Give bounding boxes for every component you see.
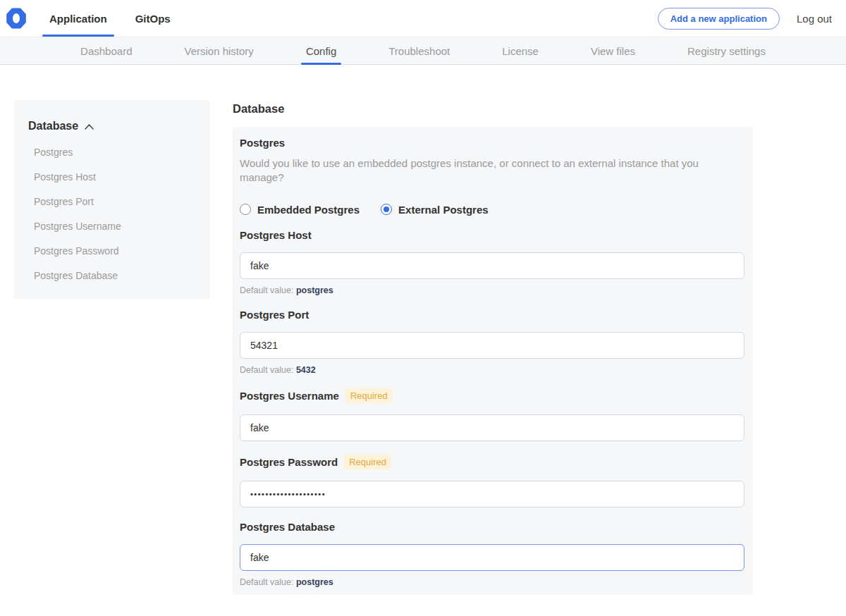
default-value: postgres [296, 577, 333, 587]
app-header: Application GitOps Add a new application… [0, 0, 846, 37]
radio-unchecked-icon [240, 204, 251, 215]
radio-external-postgres-label: External Postgres [398, 204, 489, 216]
subnav-item-view-files[interactable]: View files [586, 37, 640, 64]
header-tab-gitops[interactable]: GitOps [128, 0, 178, 37]
radio-embedded-postgres[interactable]: Embedded Postgres [240, 204, 360, 216]
radio-external-postgres[interactable]: External Postgres [381, 204, 489, 216]
default-value-prefix: Default value: [240, 285, 293, 295]
field-label-text: Postgres Password [240, 456, 338, 468]
subnav-item-troubleshoot[interactable]: Troubleshoot [384, 37, 455, 64]
content-area: Database Postgres Postgres Host Postgres… [0, 65, 846, 616]
field-label-postgres-port: Postgres Port [240, 309, 744, 321]
default-value-line: Default value: postgres [240, 285, 744, 295]
radio-checked-icon [381, 204, 392, 215]
field-label-postgres-password: Postgres Password Required [240, 455, 744, 469]
header-tab-application-label: Application [49, 13, 107, 25]
postgres-password-input[interactable] [240, 481, 744, 507]
sidebar-item-postgres[interactable]: Postgres [28, 147, 196, 157]
chevron-up-icon [85, 124, 94, 130]
field-label-text: Postgres Host [240, 229, 312, 241]
subnav-item-version-history[interactable]: Version history [179, 37, 258, 64]
radio-embedded-postgres-label: Embedded Postgres [257, 204, 360, 216]
add-new-application-button[interactable]: Add a new application [658, 8, 780, 30]
sidebar-item-postgres-database[interactable]: Postgres Database [28, 271, 196, 281]
subnav-item-config[interactable]: Config [301, 37, 341, 64]
subnav-item-dashboard[interactable]: Dashboard [75, 37, 137, 64]
header-right: Add a new application Log out [658, 8, 832, 30]
postgres-port-input[interactable] [240, 332, 744, 359]
sidebar-item-postgres-port[interactable]: Postgres Port [28, 197, 196, 207]
header-tab-gitops-label: GitOps [135, 13, 171, 25]
subnav-item-license[interactable]: License [497, 37, 544, 64]
subnav-item-registry-settings[interactable]: Registry settings [682, 37, 771, 64]
required-badge: Required [345, 388, 393, 403]
sidebar-item-postgres-host[interactable]: Postgres Host [28, 172, 196, 182]
sidebar-item-postgres-password[interactable]: Postgres Password [28, 246, 196, 256]
field-label-postgres-host: Postgres Host [240, 229, 744, 241]
field-label-postgres-username: Postgres Username Required [240, 388, 744, 403]
default-value-prefix: Default value: [240, 577, 293, 587]
default-value-line: Default value: 5432 [240, 365, 744, 375]
field-label-text: Postgres Port [240, 309, 309, 321]
sidebar-item-postgres-username[interactable]: Postgres Username [28, 221, 196, 231]
header-tab-application[interactable]: Application [42, 0, 114, 37]
field-label-postgres-database: Postgres Database [240, 521, 744, 533]
section-title: Database [233, 102, 753, 116]
group-description: Would you like to use an embedded postgr… [240, 156, 744, 185]
config-group-panel: Postgres Would you like to use an embedd… [233, 127, 753, 595]
default-value: postgres [296, 285, 333, 295]
app-subnav: Dashboard Version history Config Trouble… [0, 37, 846, 65]
sidebar-group-label: Database [28, 120, 78, 133]
postgres-database-input[interactable] [240, 544, 744, 571]
sidebar-group-database[interactable]: Database [28, 120, 196, 133]
postgres-host-input[interactable] [240, 252, 744, 279]
field-label-text: Postgres Database [240, 521, 335, 533]
default-value-line: Default value: postgres [240, 577, 744, 587]
default-value: 5432 [296, 365, 316, 375]
required-badge: Required [344, 455, 391, 469]
config-sidebar: Database Postgres Postgres Host Postgres… [14, 100, 210, 299]
default-value-prefix: Default value: [240, 365, 293, 375]
logout-link[interactable]: Log out [797, 13, 832, 25]
app-logo-icon [6, 8, 27, 29]
field-label-text: Postgres Username [240, 390, 339, 402]
postgres-username-input[interactable] [240, 414, 744, 441]
config-main: Database Postgres Would you like to use … [233, 100, 753, 616]
postgres-type-radio-group: Embedded Postgres External Postgres [240, 204, 744, 216]
group-label: Postgres [240, 137, 744, 149]
